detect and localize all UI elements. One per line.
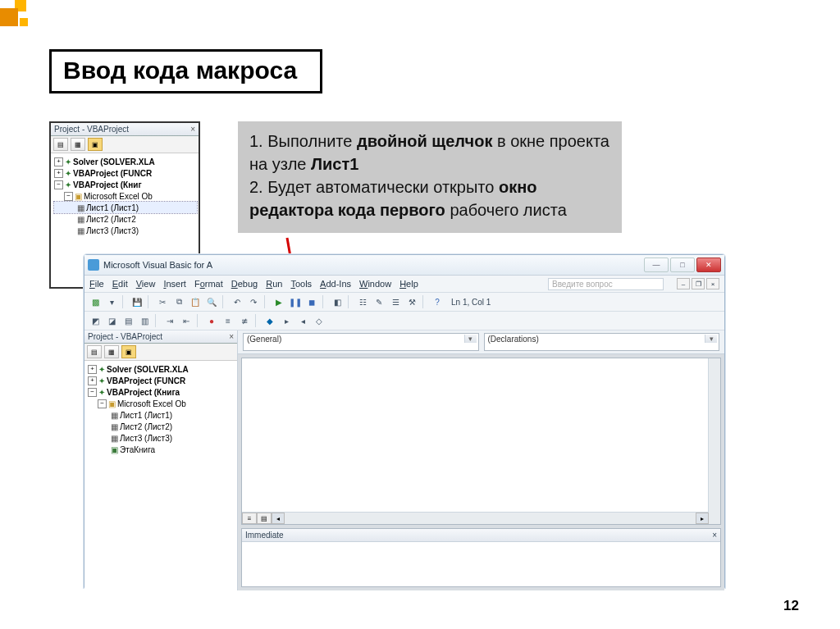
page-number: 12: [783, 598, 799, 614]
project-toolbar: ▤ ▦ ▣: [84, 344, 237, 361]
mdi-restore-icon[interactable]: ❐: [692, 278, 705, 289]
tree-item-sheet2[interactable]: ▦Лист2 (Лист2: [54, 213, 197, 225]
vba-editor-window: Microsoft Visual Basic for A — □ ✕ File …: [84, 254, 725, 588]
prev-bookmark-icon[interactable]: ◂: [295, 314, 310, 327]
close-icon[interactable]: ×: [229, 332, 234, 341]
menu-edit[interactable]: Edit: [112, 279, 128, 289]
tree-item-funcres[interactable]: +✦VBAProject (FUNCR: [54, 167, 197, 179]
scroll-left-icon[interactable]: ◂: [272, 513, 285, 524]
minimize-button[interactable]: —: [644, 258, 669, 272]
menu-help[interactable]: Help: [399, 279, 418, 289]
folder-toggle-icon[interactable]: ▣: [88, 138, 103, 151]
clear-bookmarks-icon[interactable]: ◇: [312, 314, 326, 327]
uncomment-icon[interactable]: ≢: [237, 314, 252, 327]
run-icon[interactable]: ▶: [272, 295, 286, 308]
toolbar-row-1: ▩ ▾ 💾 ✂ ⧉ 📋 🔍 ↶ ↷ ▶ ❚❚ ◼ ◧ ☷ ✎ ☰ ⚒ ? Ln …: [84, 293, 724, 312]
help-search-input[interactable]: Введите вопрос: [548, 278, 664, 290]
toolbar-row-2: ◩ ◪ ▤ ▥ ⇥ ⇤ ● ≡ ≢ ◆ ▸ ◂ ◇: [84, 312, 724, 330]
menu-addins[interactable]: Add-Ins: [320, 279, 351, 289]
break-icon[interactable]: ❚❚: [288, 295, 303, 308]
menu-window[interactable]: Window: [359, 279, 391, 289]
menu-run[interactable]: Run: [266, 279, 282, 289]
cut-icon[interactable]: ✂: [155, 295, 170, 308]
tree-item-objects[interactable]: −▣Microsoft Excel Ob: [88, 398, 235, 409]
tool-icon[interactable]: ◩: [88, 314, 103, 327]
paste-icon[interactable]: 📋: [188, 295, 203, 308]
tree-item-solver[interactable]: +✦Solver (SOLVER.XLA: [88, 363, 235, 375]
view-object-icon[interactable]: ▦: [71, 138, 85, 151]
view-object-icon[interactable]: ▦: [104, 345, 119, 358]
horizontal-scrollbar[interactable]: ≡ ▤ ◂ ▸: [242, 512, 709, 524]
tree-item-sheet3[interactable]: ▦Лист3 (Лист3): [88, 432, 235, 444]
project-pane-title: Project - VBAProject ×: [84, 330, 237, 344]
code-editor[interactable]: ≡ ▤ ◂ ▸: [241, 358, 721, 525]
next-bookmark-icon[interactable]: ▸: [279, 314, 294, 327]
redo-icon[interactable]: ↷: [246, 295, 261, 308]
comment-icon[interactable]: ≡: [221, 314, 235, 327]
tree-item-objects[interactable]: −▣Microsoft Excel Ob: [54, 190, 197, 202]
indent-icon[interactable]: ⇥: [162, 314, 177, 327]
tree-item-sheet1[interactable]: ▦Лист1 (Лист1): [54, 202, 197, 213]
procedure-dropdown[interactable]: (Declarations): [484, 333, 720, 351]
mdi-minimize-icon[interactable]: –: [677, 278, 690, 289]
cursor-position: Ln 1, Col 1: [451, 298, 491, 307]
slide-title-box: Ввод кода макроса: [49, 49, 322, 93]
outdent-icon[interactable]: ⇤: [179, 314, 194, 327]
folder-toggle-icon[interactable]: ▣: [121, 345, 136, 358]
bookmark-icon[interactable]: ◆: [262, 314, 277, 327]
reset-icon[interactable]: ◼: [304, 295, 319, 308]
code-dropdowns: (General) (Declarations): [238, 330, 724, 354]
object-dropdown[interactable]: (General): [243, 333, 479, 351]
tree-item-funcres[interactable]: +✦VBAProject (FUNCR: [88, 375, 235, 386]
pane-title-text: Project - VBAProject: [88, 332, 162, 341]
tree-item-book[interactable]: −✦VBAProject (Книга: [88, 386, 235, 398]
slide-title: Ввод кода макроса: [63, 57, 297, 84]
immediate-title-text: Immediate: [245, 531, 284, 540]
help-icon[interactable]: ?: [430, 295, 445, 308]
menu-insert[interactable]: Insert: [163, 279, 186, 289]
immediate-window[interactable]: Immediate ×: [241, 528, 721, 587]
menu-format[interactable]: Format: [194, 279, 223, 289]
mdi-close-icon[interactable]: ×: [706, 278, 719, 289]
tree-item-sheet3[interactable]: ▦Лист3 (Лист3): [54, 225, 197, 236]
object-browser-icon[interactable]: ☰: [388, 295, 403, 308]
menu-view[interactable]: View: [136, 279, 156, 289]
tool-icon[interactable]: ▥: [137, 314, 152, 327]
maximize-button[interactable]: □: [670, 258, 695, 272]
breakpoint-icon[interactable]: ●: [204, 314, 219, 327]
project-tree: +✦Solver (SOLVER.XLA +✦VBAProject (FUNCR…: [51, 153, 199, 239]
menu-bar: File Edit View Insert Format Debug Run T…: [84, 276, 724, 293]
find-icon[interactable]: 🔍: [204, 295, 219, 308]
window-titlebar[interactable]: Microsoft Visual Basic for A — □ ✕: [84, 255, 724, 276]
menu-file[interactable]: File: [89, 279, 104, 289]
design-mode-icon[interactable]: ◧: [330, 295, 345, 308]
tree-item-book[interactable]: −✦VBAProject (Книг: [54, 179, 197, 190]
excel-icon[interactable]: ▩: [88, 295, 103, 308]
tree-item-solver[interactable]: +✦Solver (SOLVER.XLA: [54, 156, 197, 167]
toolbox-icon[interactable]: ⚒: [404, 295, 419, 308]
tool-icon[interactable]: ◪: [104, 314, 119, 327]
undo-icon[interactable]: ↶: [230, 295, 244, 308]
tool-icon[interactable]: ▤: [121, 314, 135, 327]
procedure-view-icon[interactable]: ≡: [242, 513, 257, 524]
close-icon[interactable]: ×: [712, 531, 717, 540]
vertical-scrollbar[interactable]: [708, 358, 720, 524]
tree-item-sheet2[interactable]: ▦Лист2 (Лист2): [88, 421, 235, 432]
project-explorer-icon[interactable]: ☷: [355, 295, 370, 308]
scroll-right-icon[interactable]: ▸: [696, 513, 709, 524]
menu-debug[interactable]: Debug: [231, 279, 258, 289]
properties-icon[interactable]: ✎: [372, 295, 386, 308]
save-icon[interactable]: 💾: [130, 295, 144, 308]
tree-item-sheet1[interactable]: ▦Лист1 (Лист1): [88, 409, 235, 421]
copy-icon[interactable]: ⧉: [171, 295, 186, 308]
menu-tools[interactable]: Tools: [290, 279, 312, 289]
view-code-icon[interactable]: ▤: [53, 138, 68, 151]
instr-text: 1. Выполните: [249, 132, 357, 150]
close-button[interactable]: ✕: [696, 258, 721, 272]
close-icon[interactable]: ×: [190, 125, 195, 134]
immediate-title: Immediate ×: [242, 529, 720, 542]
fullmodule-view-icon[interactable]: ▤: [257, 513, 272, 524]
dropdown-icon[interactable]: ▾: [104, 295, 119, 308]
tree-item-thisworkbook[interactable]: ▣ЭтаКнига: [88, 444, 235, 455]
view-code-icon[interactable]: ▤: [87, 345, 102, 358]
